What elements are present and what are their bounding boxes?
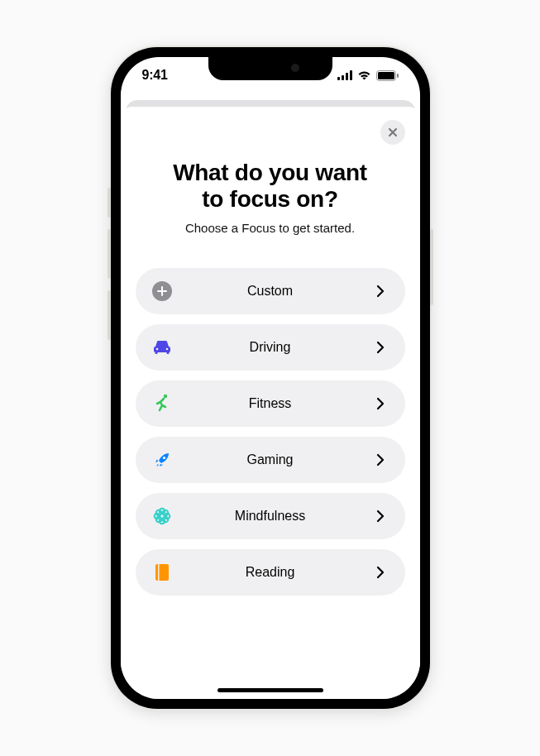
focus-list: Custom (136, 268, 405, 562)
page-subtitle: Choose a Focus to get started. (136, 221, 405, 235)
focus-item-label: Reading (175, 565, 372, 580)
chevron-right-icon (372, 285, 389, 298)
status-time: 9:41 (142, 68, 168, 83)
focus-item-mindfulness[interactable]: Mindfulness (136, 493, 405, 539)
title-line-2: to focus on? (202, 186, 337, 212)
volume-up-button (108, 229, 111, 279)
svg-point-21 (162, 517, 168, 523)
power-button (430, 229, 433, 305)
home-indicator[interactable] (217, 688, 323, 692)
svg-point-12 (163, 395, 166, 398)
flower-icon (149, 506, 175, 526)
focus-item-driving[interactable]: Driving (136, 324, 405, 371)
focus-item-custom[interactable]: Custom (136, 268, 405, 314)
focus-item-label: Fitness (175, 396, 372, 411)
title-line-1: What do you want (173, 160, 367, 185)
car-icon (149, 339, 175, 356)
mute-switch (108, 188, 111, 218)
close-icon (388, 127, 398, 137)
runner-icon (149, 394, 175, 414)
phone-notch (208, 57, 332, 80)
chevron-right-icon (372, 453, 389, 467)
svg-rect-2 (346, 73, 348, 80)
chevron-right-icon (372, 510, 389, 523)
svg-point-11 (165, 348, 168, 351)
focus-item-gaming[interactable]: Gaming (136, 437, 405, 483)
focus-item-label: Custom (175, 284, 372, 299)
rocket-icon (149, 451, 175, 469)
focus-setup-sheet: What do you want to focus on? Choose a F… (121, 107, 420, 699)
svg-rect-3 (350, 70, 352, 80)
phone-frame: 9:41 (111, 47, 430, 709)
svg-point-20 (155, 517, 161, 523)
focus-item-fitness[interactable]: Fitness (136, 380, 405, 427)
focus-item-reading[interactable]: Reading (136, 549, 405, 596)
svg-rect-22 (155, 564, 169, 581)
focus-item-label: Gaming (175, 452, 372, 467)
svg-point-10 (155, 348, 158, 351)
chevron-right-icon (372, 566, 389, 579)
svg-rect-6 (397, 74, 399, 78)
focus-item-label: Mindfulness (175, 509, 372, 524)
status-icons (337, 70, 399, 81)
svg-point-19 (162, 510, 168, 516)
cellular-icon (337, 70, 352, 80)
svg-rect-1 (342, 75, 344, 80)
plus-icon (149, 281, 175, 301)
svg-rect-23 (158, 564, 160, 581)
chevron-right-icon (372, 341, 389, 354)
close-button[interactable] (380, 120, 405, 145)
svg-point-18 (155, 510, 161, 516)
svg-point-13 (162, 457, 165, 459)
battery-icon (376, 70, 399, 81)
chevron-right-icon (372, 397, 389, 410)
svg-rect-0 (337, 77, 340, 80)
phone-screen: 9:41 (121, 57, 420, 699)
book-icon (149, 563, 175, 581)
svg-rect-5 (378, 72, 394, 79)
focus-item-label: Driving (175, 340, 372, 355)
page-title: What do you want to focus on? (136, 160, 405, 213)
volume-down-button (108, 290, 111, 340)
svg-rect-8 (155, 352, 157, 354)
svg-rect-9 (166, 352, 169, 354)
wifi-icon (357, 70, 371, 80)
